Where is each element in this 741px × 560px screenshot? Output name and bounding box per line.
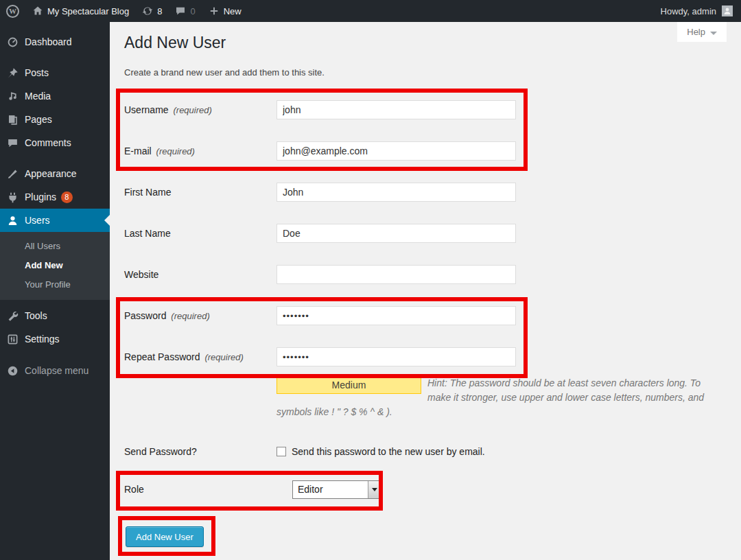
sidebar-item-label: Comments [25, 137, 71, 148]
password-hint-block: Medium Hint: The password should be at l… [277, 376, 711, 419]
user-icon [5, 213, 19, 227]
avatar[interactable] [722, 5, 733, 16]
sidebar-item-label: Collapse menu [25, 365, 89, 376]
chevron-down-icon [710, 32, 717, 35]
sidebar-item-media[interactable]: Media [0, 84, 110, 108]
submenu-item-your-profile[interactable]: Your Profile [0, 275, 110, 294]
role-select[interactable]: Editor [292, 480, 381, 499]
website-input[interactable] [277, 265, 516, 284]
paintbrush-icon [5, 167, 19, 180]
media-icon [5, 89, 19, 103]
sidebar-item-posts[interactable]: Posts [0, 61, 110, 84]
sidebar-item-label: Dashboard [25, 36, 72, 47]
comments-link[interactable]: 0 [168, 0, 201, 22]
sidebar-item-label: Tools [25, 310, 47, 321]
sidebar-item-users[interactable]: Users [0, 209, 110, 232]
plugins-update-badge: 8 [61, 191, 73, 203]
password-input[interactable] [277, 306, 516, 325]
sidebar-item-label: Media [25, 91, 51, 102]
sidebar-item-settings[interactable]: Settings [0, 327, 110, 351]
sidebar-item-label: Users [25, 215, 50, 226]
first-name-label: First Name [124, 183, 171, 202]
email-field[interactable] [277, 141, 516, 161]
sidebar-item-label: Pages [25, 114, 52, 125]
sidebar-item-label: Plugins [25, 191, 56, 202]
send-password-label: Send Password? [124, 442, 197, 461]
username-input[interactable] [277, 100, 516, 119]
last-name-label: Last Name [124, 224, 171, 243]
email-label: E-mail (required) [124, 141, 195, 161]
wrench-icon [5, 309, 19, 323]
sidebar-item-label: Posts [25, 67, 49, 78]
page-title: Add New User [124, 34, 226, 52]
send-password-checkbox-label: Send this password to the new user by em… [292, 442, 485, 461]
comments-bubble-icon [5, 136, 19, 150]
username-label: Username (required) [124, 100, 212, 120]
users-submenu: All Users Add New Your Profile [0, 232, 110, 300]
updates-count: 8 [157, 6, 162, 16]
updates-link[interactable]: 8 [135, 0, 168, 22]
chevron-down-icon [372, 488, 377, 491]
site-name-link[interactable]: My Spectacular Blog [25, 0, 135, 22]
comment-bubble-icon [174, 5, 187, 17]
sidebar-item-label: Appearance [25, 168, 77, 179]
required-note: (required) [204, 352, 243, 362]
send-password-checkbox[interactable] [277, 447, 286, 456]
help-label: Help [687, 27, 705, 37]
first-name-input[interactable] [277, 183, 516, 202]
repeat-password-input[interactable] [277, 347, 516, 366]
admin-sidebar: Dashboard Posts Media Pages Comments [0, 22, 110, 560]
sidebar-item-label: Settings [25, 334, 60, 345]
howdy-account-link[interactable]: Howdy, admin [661, 6, 716, 16]
home-icon [32, 5, 44, 17]
last-name-input[interactable] [277, 224, 516, 243]
sidebar-item-tools[interactable]: Tools [0, 304, 110, 327]
required-note: (required) [156, 146, 195, 156]
password-label: Password (required) [124, 306, 210, 326]
required-note: (required) [171, 311, 209, 321]
dashboard-gauge-icon [5, 35, 19, 49]
sidebar-item-dashboard[interactable]: Dashboard [0, 30, 110, 54]
role-label: Role [124, 480, 144, 499]
help-tab-button[interactable]: Help [677, 22, 727, 42]
website-label: Website [124, 265, 158, 284]
settings-sliders-icon [5, 332, 19, 346]
sidebar-item-plugins[interactable]: Plugins 8 [0, 185, 110, 209]
sidebar-item-comments[interactable]: Comments [0, 131, 110, 154]
pages-icon [5, 113, 19, 126]
plug-icon [5, 190, 19, 204]
repeat-password-label: Repeat Password (required) [124, 347, 244, 367]
wordpress-logo-menu[interactable]: W [0, 0, 25, 22]
plus-icon [208, 5, 220, 17]
submenu-item-add-new[interactable]: Add New [0, 256, 110, 275]
admin-bar: W My Spectacular Blog 8 0 New [0, 0, 741, 22]
comments-count: 0 [190, 6, 195, 16]
required-note: (required) [173, 105, 211, 115]
new-label: New [224, 6, 242, 16]
sidebar-item-appearance[interactable]: Appearance [0, 162, 110, 185]
role-selected-value: Editor [293, 481, 368, 498]
collapse-menu-button[interactable]: Collapse menu [0, 359, 110, 382]
new-content-menu[interactable]: New [202, 0, 248, 22]
password-strength-meter: Medium [277, 376, 421, 394]
page-description: Create a brand new user and add them to … [124, 67, 325, 78]
pushpin-icon [5, 66, 19, 80]
updates-icon [141, 5, 154, 17]
site-name-label: My Spectacular Blog [47, 6, 129, 16]
collapse-arrow-icon [5, 364, 19, 377]
submenu-item-all-users[interactable]: All Users [0, 237, 110, 256]
main-content: Help Add New User Create a brand new use… [110, 22, 741, 560]
add-new-user-button[interactable]: Add New User [126, 526, 204, 547]
select-dropdown-button[interactable] [368, 481, 380, 498]
wordpress-logo-icon: W [6, 5, 19, 18]
sidebar-item-pages[interactable]: Pages [0, 108, 110, 131]
